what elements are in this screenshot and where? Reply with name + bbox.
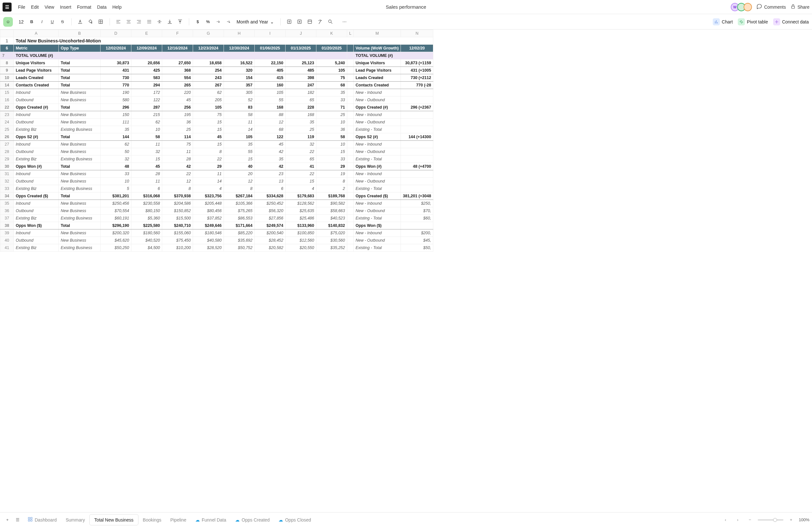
header-metric[interactable]: Metric <box>14 45 59 52</box>
tab-opps-created[interactable]: ☁Opps Created <box>231 514 274 525</box>
metric-name[interactable]: Existing Biz <box>14 215 59 222</box>
tab-bookings[interactable]: Bookings <box>139 514 166 525</box>
metric-name[interactable]: Outbound <box>14 96 59 104</box>
data-cell[interactable]: 119 <box>286 133 316 141</box>
col-header-I[interactable]: I <box>255 30 286 37</box>
chart-button[interactable]: Chart <box>713 18 733 25</box>
data-cell[interactable]: 770 <box>101 82 131 89</box>
data-cell[interactable]: 105 <box>193 104 224 111</box>
data-cell[interactable]: 105 <box>255 89 286 96</box>
data-cell[interactable]: 35 <box>224 141 255 148</box>
panel-key[interactable]: Existing - Total <box>354 244 401 252</box>
data-cell[interactable]: 14 <box>224 126 255 133</box>
opp-type[interactable]: Existing Business <box>59 244 101 252</box>
row-header[interactable]: 35 <box>0 200 14 207</box>
data-cell[interactable]: $35,692 <box>224 237 255 244</box>
data-cell[interactable]: 22 <box>162 170 193 178</box>
data-cell[interactable]: 168 <box>255 104 286 111</box>
metric-name[interactable]: Opps Won ($) <box>14 222 59 229</box>
metric-name[interactable]: Opps Created (#) <box>14 104 59 111</box>
data-cell[interactable]: 8 <box>224 185 255 193</box>
data-cell[interactable]: $35,252 <box>316 244 347 252</box>
search-button[interactable] <box>326 17 335 27</box>
data-cell[interactable]: 55 <box>224 148 255 156</box>
opp-type[interactable]: Existing Business <box>59 185 101 193</box>
align-justify-button[interactable] <box>145 17 154 27</box>
data-cell[interactable]: $30,560 <box>316 237 347 244</box>
row-header[interactable]: 37 <box>0 215 14 222</box>
col-header-L[interactable]: L <box>347 30 354 37</box>
panel-val[interactable]: 730 (+2112 <box>401 74 433 82</box>
data-cell[interactable]: 168 <box>286 111 316 118</box>
data-cell[interactable]: $20,582 <box>255 244 286 252</box>
cell[interactable] <box>347 222 354 229</box>
panel-key[interactable]: New - Inbound <box>354 229 401 237</box>
metric-name[interactable]: Outbound <box>14 207 59 215</box>
header-date[interactable]: 12/09/2024 <box>131 45 162 52</box>
align-left-button[interactable] <box>114 17 124 27</box>
opp-type[interactable]: Existing Business <box>59 156 101 163</box>
data-cell[interactable]: 294 <box>131 82 162 89</box>
row-header[interactable]: 16 <box>0 96 14 104</box>
data-cell[interactable]: 8 <box>162 185 193 193</box>
opp-type[interactable]: New Business <box>59 89 101 96</box>
data-cell[interactable]: $50,250 <box>101 244 131 252</box>
data-cell[interactable]: $105,366 <box>224 200 255 207</box>
decimal-increase-button[interactable] <box>224 17 233 27</box>
panel-key[interactable]: Opps Won ($) <box>354 222 401 229</box>
doc-title[interactable]: Sales performance <box>386 4 426 10</box>
opp-type[interactable]: Total <box>59 222 101 229</box>
opp-type[interactable]: New Business <box>59 178 101 185</box>
data-cell[interactable]: 172 <box>131 89 162 96</box>
data-cell[interactable]: 4 <box>286 185 316 193</box>
data-cell[interactable]: $250,456 <box>101 200 131 207</box>
panel-title[interactable]: Volume (WoW Growth) <box>354 45 401 52</box>
data-cell[interactable]: 40 <box>224 163 255 170</box>
app-logo[interactable]: ☰ <box>3 3 12 12</box>
data-cell[interactable]: 10 <box>316 118 347 126</box>
data-cell[interactable]: $230,558 <box>131 200 162 207</box>
cell[interactable] <box>347 207 354 215</box>
panel-key[interactable]: Existing - Total <box>354 185 401 193</box>
data-cell[interactable]: 58 <box>224 111 255 118</box>
metric-name[interactable]: Inbound <box>14 89 59 96</box>
row-header[interactable]: 27 <box>0 141 14 148</box>
row-header[interactable]: 33 <box>0 185 14 193</box>
clear-format-button[interactable] <box>316 17 325 27</box>
panel-val[interactable] <box>401 148 433 156</box>
data-cell[interactable]: $316,068 <box>131 193 162 200</box>
panel-val[interactable]: 431 (+1005 <box>401 67 433 74</box>
cell[interactable] <box>347 229 354 237</box>
cell[interactable] <box>347 59 354 67</box>
data-cell[interactable]: 415 <box>255 74 286 82</box>
data-cell[interactable]: 45 <box>131 163 162 170</box>
data-cell[interactable]: 33 <box>316 156 347 163</box>
data-cell[interactable]: 35 <box>255 156 286 163</box>
panel-key[interactable]: New - Outbound <box>354 207 401 215</box>
col-header-J[interactable]: J <box>286 30 316 37</box>
col-header-K[interactable]: K <box>316 30 347 37</box>
row-header[interactable]: 22 <box>0 104 14 111</box>
col-header-M[interactable]: M <box>354 30 401 37</box>
data-cell[interactable]: 45 <box>255 141 286 148</box>
data-cell[interactable]: $45,620 <box>101 237 131 244</box>
metric-name[interactable]: Lead Page Visitors <box>14 67 59 74</box>
opp-type[interactable]: Existing Business <box>59 126 101 133</box>
data-cell[interactable]: $86,553 <box>224 215 255 222</box>
data-cell[interactable]: 36 <box>162 118 193 126</box>
data-cell[interactable]: $225,580 <box>131 222 162 229</box>
panel-key[interactable]: Unique Visitors <box>354 59 401 67</box>
data-cell[interactable]: 730 <box>101 74 131 82</box>
panel-val[interactable] <box>401 111 433 118</box>
panel-val[interactable] <box>401 178 433 185</box>
row-header[interactable]: 28 <box>0 148 14 156</box>
data-cell[interactable]: $179,683 <box>286 193 316 200</box>
data-cell[interactable]: 431 <box>101 67 131 74</box>
row-header[interactable]: 29 <box>0 156 14 163</box>
data-cell[interactable]: 65 <box>286 96 316 104</box>
metric-name[interactable]: Leads Created <box>14 74 59 82</box>
data-cell[interactable]: $50,752 <box>224 244 255 252</box>
data-cell[interactable]: 50 <box>101 148 131 156</box>
col-header-N[interactable]: N <box>401 30 433 37</box>
data-cell[interactable]: $249,646 <box>193 222 224 229</box>
